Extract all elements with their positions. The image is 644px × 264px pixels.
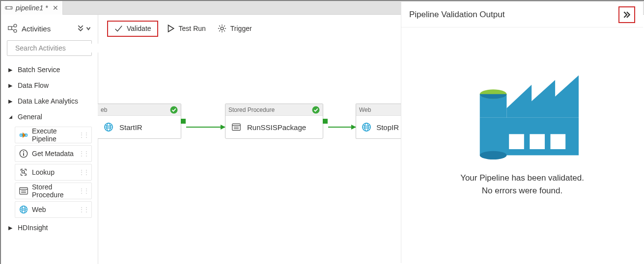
category-label: General xyxy=(18,113,42,121)
sp-icon xyxy=(19,186,28,195)
svg-point-35 xyxy=(170,106,178,113)
validation-output-panel: Pipeline Validation Output Your Pipeline… xyxy=(401,2,643,263)
svg-line-33 xyxy=(224,26,225,26)
svg-point-4 xyxy=(14,24,17,27)
node-type-label: Web xyxy=(359,106,371,113)
drag-handle-icon: ⋮⋮ xyxy=(79,206,88,213)
connector xyxy=(328,127,356,128)
validate-button[interactable]: Validate xyxy=(107,21,158,37)
category-label: Data Lake Analytics xyxy=(18,97,78,105)
category-hdinsight[interactable]: ▶HDInsight xyxy=(1,220,98,236)
svg-line-31 xyxy=(219,26,220,26)
pipeline-canvas-pane: Validate Test Run Trigger ebStartIRStore… xyxy=(98,15,402,264)
web-icon xyxy=(19,205,28,214)
node-icon xyxy=(103,121,114,133)
output-port[interactable] xyxy=(181,119,186,124)
validation-msg-line2: No errors were found. xyxy=(460,185,584,197)
node-type-label: eb xyxy=(101,106,107,113)
close-panel-button[interactable] xyxy=(618,6,635,23)
activity-label: Get Metadata xyxy=(32,150,74,158)
category-general[interactable]: ◢General xyxy=(1,109,98,125)
pipeline-toolbar: Validate Test Run Trigger xyxy=(98,15,402,42)
activity-get-metadata[interactable]: Get Metadata⋮⋮ xyxy=(15,145,92,162)
category-batch-service[interactable]: ▶Batch Service xyxy=(1,62,98,78)
chevron-down-icon xyxy=(86,25,91,32)
drag-handle-icon: ⋮⋮ xyxy=(79,150,88,157)
caret-icon: ▶ xyxy=(8,82,13,89)
node-type-label: Stored Procedure xyxy=(228,106,275,113)
caret-icon: ◢ xyxy=(8,114,13,119)
category-label: Data Flow xyxy=(18,81,49,89)
node-name-label: RunSSISPackage xyxy=(247,123,306,132)
success-icon xyxy=(170,106,178,114)
svg-point-17 xyxy=(22,170,24,173)
activity-web[interactable]: Web⋮⋮ xyxy=(15,201,92,218)
trigger-label: Trigger xyxy=(230,25,252,32)
search-activities-box[interactable] xyxy=(7,40,92,56)
chevron-double-right-icon xyxy=(622,10,631,19)
svg-line-7 xyxy=(12,29,14,30)
gear-icon xyxy=(218,24,226,33)
svg-point-39 xyxy=(312,106,320,113)
category-label: Batch Service xyxy=(18,66,60,74)
activity-lookup[interactable]: Lookup⋮⋮ xyxy=(15,164,92,181)
svg-point-26 xyxy=(221,27,224,30)
drag-handle-icon: ⋮⋮ xyxy=(79,132,88,138)
chevron-double-down-icon xyxy=(77,25,84,32)
svg-marker-48 xyxy=(506,76,579,118)
node-name-label: StartIR xyxy=(119,123,142,132)
node-stopir[interactable]: WebStopIR xyxy=(356,104,404,139)
trigger-button[interactable]: Trigger xyxy=(212,21,258,37)
svg-line-6 xyxy=(12,26,14,27)
svg-rect-52 xyxy=(509,134,524,149)
node-name-label: StopIR xyxy=(376,123,399,132)
caret-icon: ▶ xyxy=(8,98,13,105)
svg-point-15 xyxy=(23,151,24,152)
search-activities-input[interactable] xyxy=(14,44,102,53)
svg-marker-13 xyxy=(23,132,25,138)
svg-rect-54 xyxy=(551,134,566,149)
check-icon xyxy=(114,24,123,33)
svg-rect-12 xyxy=(26,134,27,136)
node-icon xyxy=(361,121,371,133)
activity-label: Lookup xyxy=(32,168,55,176)
activity-label: Execute Pipeline xyxy=(32,127,79,143)
svg-rect-53 xyxy=(530,134,545,149)
activities-header-row: Activities xyxy=(1,24,98,40)
output-port[interactable] xyxy=(323,119,328,124)
activities-panel: Activities ▶Batch Service▶Data Flow▶Data… xyxy=(1,15,98,264)
activities-icon xyxy=(8,24,18,33)
activity-label: Web xyxy=(32,206,46,213)
svg-rect-3 xyxy=(8,26,12,30)
success-icon xyxy=(312,106,320,114)
execute-icon xyxy=(19,131,28,139)
pipeline-tab-title: pipeline1 * xyxy=(16,4,48,12)
test-run-button[interactable]: Test Run xyxy=(160,21,212,37)
validation-panel-title: Pipeline Validation Output xyxy=(409,10,504,20)
svg-rect-11 xyxy=(21,134,22,136)
svg-line-34 xyxy=(219,30,220,31)
category-data-lake-analytics[interactable]: ▶Data Lake Analytics xyxy=(1,93,98,109)
validation-msg-line1: Your Pipeline has been validated. xyxy=(460,172,584,185)
node-icon xyxy=(230,121,242,133)
activity-stored-procedure[interactable]: Stored Procedure⋮⋮ xyxy=(15,183,92,199)
node-startir[interactable]: ebStartIR xyxy=(98,104,181,139)
svg-point-51 xyxy=(480,151,507,159)
validate-label: Validate xyxy=(127,25,151,32)
svg-point-5 xyxy=(14,29,17,32)
drag-handle-icon: ⋮⋮ xyxy=(79,169,88,176)
category-data-flow[interactable]: ▶Data Flow xyxy=(1,78,98,93)
factory-illustration xyxy=(461,47,584,160)
lookup-icon xyxy=(19,168,28,177)
activity-execute-pipeline[interactable]: Execute Pipeline⋮⋮ xyxy=(15,127,92,143)
test-run-label: Test Run xyxy=(179,25,206,32)
category-label: HDInsight xyxy=(18,224,48,232)
close-icon[interactable]: ✕ xyxy=(53,4,58,12)
node-runssispackage[interactable]: Stored ProcedureRunSSISPackage xyxy=(225,104,323,139)
caret-icon: ▶ xyxy=(8,225,13,231)
collapse-all-icon[interactable] xyxy=(77,25,91,32)
connector xyxy=(186,127,225,128)
pipeline-canvas[interactable]: ebStartIRStored ProcedureRunSSISPackageW… xyxy=(98,42,402,264)
pipeline-tab[interactable]: pipeline1 * ✕ xyxy=(1,1,63,15)
activities-header-label: Activities xyxy=(22,25,77,33)
